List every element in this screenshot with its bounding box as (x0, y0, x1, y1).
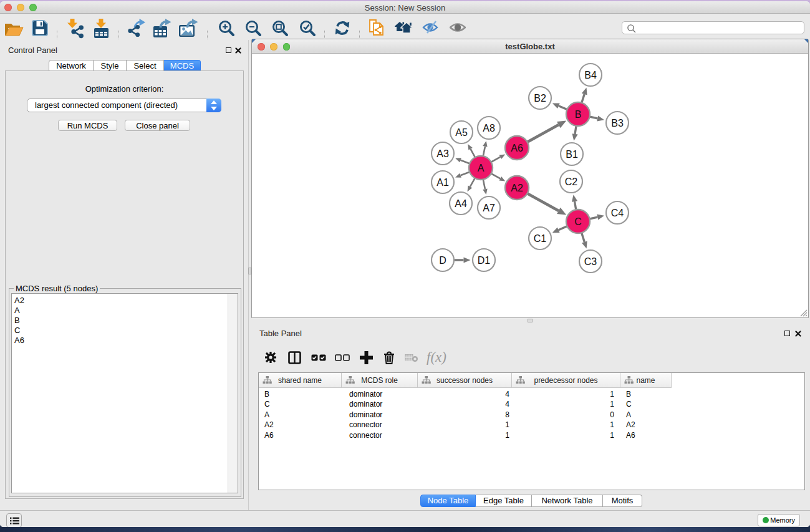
svg-text:B: B (575, 109, 582, 120)
svg-text:C1: C1 (534, 233, 547, 244)
svg-text:C2: C2 (565, 177, 578, 187)
svg-text:C4: C4 (611, 208, 624, 218)
svg-text:A6: A6 (511, 143, 523, 153)
svg-text:A4: A4 (455, 198, 467, 209)
svg-text:A2: A2 (511, 183, 523, 193)
svg-text:C: C (574, 216, 582, 227)
svg-text:D: D (439, 255, 446, 266)
svg-text:A8: A8 (483, 123, 495, 133)
svg-text:A3: A3 (436, 148, 449, 159)
svg-text:A: A (478, 163, 485, 173)
svg-text:A5: A5 (455, 127, 468, 138)
svg-text:D1: D1 (478, 255, 491, 266)
svg-text:B4: B4 (584, 70, 597, 80)
svg-text:B1: B1 (566, 149, 578, 160)
svg-text:A7: A7 (483, 203, 495, 213)
svg-text:C3: C3 (584, 256, 597, 267)
svg-text:B2: B2 (534, 93, 546, 104)
svg-text:A1: A1 (436, 177, 449, 188)
svg-text:B3: B3 (611, 118, 624, 128)
